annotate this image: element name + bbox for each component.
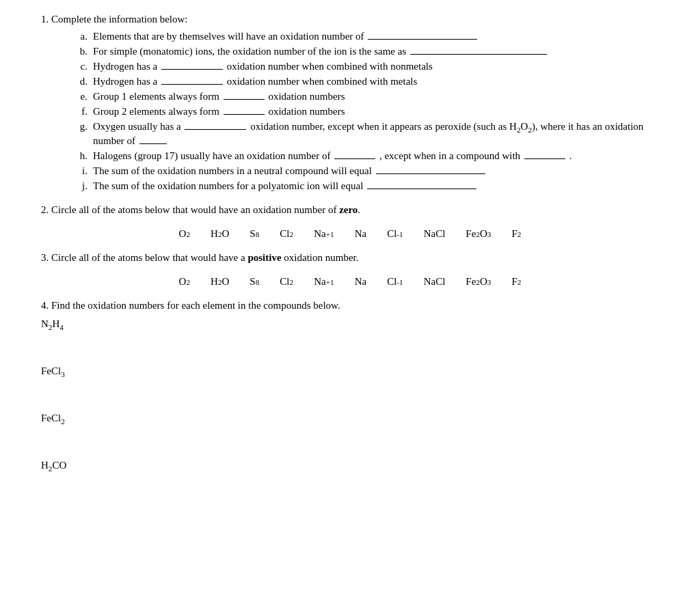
item-text: Elements that are by themselves will hav…	[93, 29, 659, 42]
atom-nacl: NaCl	[424, 228, 446, 240]
blank[interactable]	[410, 44, 547, 55]
atom-nacl: NaCl	[424, 276, 446, 288]
list-item: b. For simple (monatomic) ions, the oxid…	[68, 44, 659, 57]
blank[interactable]	[334, 149, 375, 159]
q3-bold-word: positive	[247, 252, 281, 263]
list-item: i. The sum of the oxidation numbers in a…	[68, 164, 659, 177]
q1-title: 1. Complete the information below:	[41, 14, 659, 25]
list-item: a. Elements that are by themselves will …	[68, 29, 659, 42]
q3-title: 3. Circle all of the atoms below that wo…	[41, 252, 659, 264]
question-2: 2. Circle all of the atoms below that wo…	[41, 204, 659, 240]
atom-s8: S8	[250, 228, 259, 240]
atom-f2: F2	[511, 228, 521, 240]
question-1: 1. Complete the information below: a. El…	[41, 14, 659, 192]
list-item: h. Halogens (group 17) usually have an o…	[68, 149, 659, 162]
q4-title: 4. Find the oxidation numbers for each e…	[41, 300, 659, 311]
compound-h2co: H2CO	[41, 460, 659, 473]
atom-f2: F2	[511, 276, 521, 288]
item-text: Hydrogen has a oxidation number when com…	[93, 74, 659, 87]
blank[interactable]	[368, 29, 477, 40]
question-3: 3. Circle all of the atoms below that wo…	[41, 252, 659, 288]
item-letter: j.	[68, 180, 88, 192]
atom-o2: O2	[179, 276, 190, 288]
blank[interactable]	[161, 74, 223, 85]
atom-fe2o3: Fe2O3	[466, 276, 491, 288]
blank[interactable]	[185, 120, 246, 130]
q1-list: a. Elements that are by themselves will …	[68, 29, 659, 192]
item-text: Hydrogen has a oxidation number when com…	[93, 59, 659, 72]
item-text: Group 1 elements always form oxidation n…	[93, 89, 659, 102]
atom-cl-1: Cl-1	[387, 276, 403, 288]
item-letter: a.	[68, 31, 88, 42]
item-letter: h.	[68, 150, 88, 162]
atom-na: Na	[355, 228, 367, 240]
blank[interactable]	[224, 105, 265, 115]
blank[interactable]	[376, 164, 485, 174]
atom-h2o: H2O	[211, 276, 229, 288]
atom-cl2: Cl2	[280, 228, 293, 240]
atom-na: Na	[355, 276, 367, 288]
atom-h2o: H2O	[211, 228, 229, 240]
item-letter: f.	[68, 106, 88, 117]
atom-o2: O2	[179, 228, 190, 240]
blank[interactable]	[524, 149, 565, 159]
atom-na+1: Na+1	[314, 276, 334, 288]
item-letter: i.	[68, 165, 88, 177]
q2-bold-word: zero	[339, 204, 358, 215]
item-text: The sum of the oxidation numbers for a p…	[93, 179, 659, 192]
list-item: g. Oxygen usually has a oxidation number…	[68, 120, 659, 147]
blank[interactable]	[161, 59, 223, 70]
item-letter: b.	[68, 46, 88, 57]
list-item: j. The sum of the oxidation numbers for …	[68, 179, 659, 192]
compound-n2h4: N2H4	[41, 318, 659, 331]
item-text: The sum of the oxidation numbers in a ne…	[93, 164, 659, 177]
list-item: c. Hydrogen has a oxidation number when …	[68, 59, 659, 72]
blank[interactable]	[139, 134, 167, 144]
atom-cl-1: Cl-1	[387, 228, 403, 240]
atom-cl2: Cl2	[280, 276, 293, 288]
q2-title: 2. Circle all of the atoms below that wo…	[41, 204, 659, 216]
atom-s8: S8	[250, 276, 259, 288]
list-item: d. Hydrogen has a oxidation number when …	[68, 74, 659, 87]
list-item: f. Group 2 elements always form oxidatio…	[68, 105, 659, 117]
q2-atom-list: O2 H2O S8 Cl2 Na+1 Na Cl-1 NaCl Fe2O3 F2	[41, 228, 659, 240]
atom-na+1: Na+1	[314, 228, 334, 240]
atom-fe2o3: Fe2O3	[466, 228, 491, 240]
item-text: Oxygen usually has a oxidation number, e…	[93, 120, 659, 147]
question-4: 4. Find the oxidation numbers for each e…	[41, 300, 659, 473]
item-letter: d.	[68, 76, 88, 87]
item-text: Halogens (group 17) usually have an oxid…	[93, 149, 659, 162]
blank[interactable]	[367, 179, 476, 189]
item-letter: c.	[68, 61, 88, 72]
item-letter: g.	[68, 121, 88, 133]
item-letter: e.	[68, 91, 88, 102]
compound-fecl3: FeCl3	[41, 365, 659, 378]
compound-fecl2: FeCl2	[41, 413, 659, 426]
item-text: For simple (monatomic) ions, the oxidati…	[93, 44, 659, 57]
list-item: e. Group 1 elements always form oxidatio…	[68, 89, 659, 102]
item-text: Group 2 elements always form oxidation n…	[93, 105, 659, 117]
blank[interactable]	[224, 89, 265, 100]
q3-atom-list: O2 H2O S8 Cl2 Na+1 Na Cl-1 NaCl Fe2O3 F2	[41, 276, 659, 288]
